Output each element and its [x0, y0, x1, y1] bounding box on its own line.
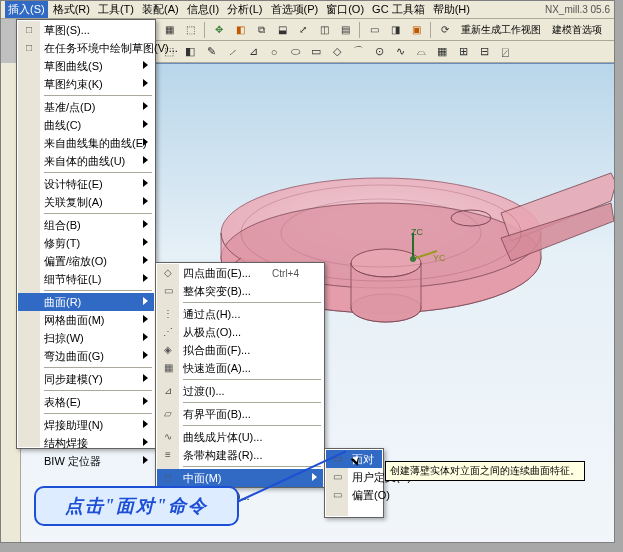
tool-icon[interactable]: ⊙	[370, 43, 388, 61]
tool-icon[interactable]: ▤	[336, 21, 354, 39]
tool-icon[interactable]: ⧉	[252, 21, 270, 39]
surface-submenu-item[interactable]: ∿曲线成片体(U)...	[157, 428, 323, 446]
menu-format[interactable]: 格式(R)	[50, 1, 93, 18]
insert-menu-item[interactable]: 偏置/缩放(O)	[18, 252, 154, 270]
surface-submenu-item[interactable]: ⊿过渡(I)...	[157, 382, 323, 400]
insert-menu-item[interactable]: 弯边曲面(G)	[18, 347, 154, 365]
surface-submenu-item[interactable]: ⋮通过点(H)...	[157, 305, 323, 323]
rebuild-button[interactable]: 重新生成工作视图	[457, 22, 545, 38]
insert-menu-item[interactable]: □在任务环境中绘制草图(V)...	[18, 39, 154, 57]
tool-icon[interactable]: ⊿	[244, 43, 262, 61]
tool-icon[interactable]: ⬚	[181, 21, 199, 39]
insert-menu-item[interactable]: 关联复制(A)	[18, 193, 154, 211]
surface-submenu-item[interactable]: ▦快速造面(A)...	[157, 359, 323, 377]
tool-icon[interactable]: ⊟	[475, 43, 493, 61]
tool-icon[interactable]: ⬓	[273, 21, 291, 39]
surface-submenu-item[interactable]: ⋰从极点(O)...	[157, 323, 323, 341]
insert-menu-item[interactable]: 表格(E)	[18, 393, 154, 411]
insert-menu-item[interactable]: 草图约束(K)	[18, 75, 154, 93]
tool-icon[interactable]: ▦	[160, 21, 178, 39]
surface-submenu-item[interactable]: ◈拟合曲面(F)...	[157, 341, 323, 359]
menu-separator	[44, 390, 152, 391]
surface-submenu-item[interactable]: ▭整体突变(B)...	[157, 282, 323, 300]
submenu-arrow-icon	[143, 61, 148, 69]
menu-window[interactable]: 窗口(O)	[323, 1, 367, 18]
insert-menu-item[interactable]: 组合(B)	[18, 216, 154, 234]
menu-insert[interactable]: 插入(S)	[5, 1, 48, 18]
midsurface-submenu-item-icon: ▭	[329, 469, 345, 484]
insert-menu-item[interactable]: 扫掠(W)	[18, 329, 154, 347]
insert-menu-item[interactable]: 曲面(R)	[18, 293, 154, 311]
insert-menu-item[interactable]: □草图(S)...	[18, 21, 154, 39]
titlebar-extra: NX_mill.3 05.6	[545, 4, 610, 15]
tool-icon[interactable]: ▦	[433, 43, 451, 61]
svg-point-9	[410, 256, 416, 262]
surface-submenu-item-icon: ∿	[160, 429, 176, 444]
insert-menu-item-icon: □	[21, 40, 37, 55]
surface-submenu-item-label: 快速造面(A)...	[183, 361, 251, 376]
insert-menu-item[interactable]: 细节特征(L)	[18, 270, 154, 288]
tool-icon[interactable]: ⟋	[223, 43, 241, 61]
insert-menu-item[interactable]: 草图曲线(S)	[18, 57, 154, 75]
insert-menu-item-label: 设计特征(E)	[44, 177, 103, 192]
insert-menu-item[interactable]: BIW 定位器	[18, 452, 154, 470]
submenu-arrow-icon	[143, 374, 148, 382]
surface-submenu-item[interactable]: ≡条带构建器(R)...	[157, 446, 323, 464]
tool-icon[interactable]: ▣	[407, 21, 425, 39]
insert-menu-item[interactable]: 来自体的曲线(U)	[18, 152, 154, 170]
insert-menu-item[interactable]: 设计特征(E)	[18, 175, 154, 193]
tool-icon[interactable]: ✎	[202, 43, 220, 61]
insert-menu-item-label: 结构焊接	[44, 436, 88, 451]
insert-menu-item-label: 偏置/缩放(O)	[44, 254, 107, 269]
menu-prefs[interactable]: 首选项(P)	[268, 1, 322, 18]
tool-icon[interactable]: ⊞	[454, 43, 472, 61]
insert-menu-item-label: 草图约束(K)	[44, 77, 103, 92]
model-prefs-button[interactable]: 建模首选项	[548, 22, 606, 38]
insert-menu-item[interactable]: 基准/点(D)	[18, 98, 154, 116]
tool-icon[interactable]: ⍁	[496, 43, 514, 61]
tool-icon[interactable]: ◨	[386, 21, 404, 39]
submenu-arrow-icon	[143, 238, 148, 246]
surface-submenu-item-label: 中面(M)	[183, 471, 222, 486]
surface-submenu-item[interactable]: ◇四点曲面(E)...Ctrl+4	[157, 264, 323, 282]
midsurface-submenu-item[interactable]: ▭偏置(O)	[326, 486, 382, 504]
tool-icon[interactable]: ∿	[391, 43, 409, 61]
insert-menu-item[interactable]: 来自曲线集的曲线(E)	[18, 134, 154, 152]
tool-icon[interactable]: ✥	[210, 21, 228, 39]
tool-icon[interactable]: ○	[265, 43, 283, 61]
menu-separator	[183, 302, 321, 303]
submenu-arrow-icon	[143, 120, 148, 128]
insert-menu-item[interactable]: 同步建模(Y)	[18, 370, 154, 388]
midsurface-submenu-item[interactable]: ▭用户定义(U)...	[326, 468, 382, 486]
surface-submenu-item-label: 拟合曲面(F)...	[183, 343, 250, 358]
tool-icon[interactable]: ⤢	[294, 21, 312, 39]
tool-icon[interactable]: ⌒	[349, 43, 367, 61]
menu-analysis[interactable]: 分析(L)	[224, 1, 265, 18]
insert-menu-item[interactable]: 修剪(T)	[18, 234, 154, 252]
menu-help[interactable]: 帮助(H)	[430, 1, 473, 18]
menu-separator	[183, 466, 321, 467]
insert-menu-item[interactable]: 焊接助理(N)	[18, 416, 154, 434]
menu-tools[interactable]: 工具(T)	[95, 1, 137, 18]
tool-icon[interactable]: ◧	[231, 21, 249, 39]
menu-gctoolbox[interactable]: GC 工具箱	[369, 1, 428, 18]
toolbar-main: ▦ ⬚ ✥ ◧ ⧉ ⬓ ⤢ ◫ ▤ ▭ ◨ ▣ ⟳ 重新生成工作视图 建模首选项	[156, 19, 614, 41]
tool-icon[interactable]: ⟳	[436, 21, 454, 39]
menu-separator	[183, 402, 321, 403]
tool-icon[interactable]: ◧	[181, 43, 199, 61]
surface-submenu-item[interactable]: ▱有界平面(B)...	[157, 405, 323, 423]
insert-menu-item[interactable]: 结构焊接	[18, 434, 154, 452]
annotation-bubble: 点击"面对"命令	[34, 486, 239, 526]
menu-assembly[interactable]: 装配(A)	[139, 1, 182, 18]
tool-icon[interactable]: ⌓	[412, 43, 430, 61]
tool-icon[interactable]: ◇	[328, 43, 346, 61]
tool-icon[interactable]: ▭	[365, 21, 383, 39]
tool-icon[interactable]: ▭	[307, 43, 325, 61]
insert-menu-item[interactable]: 曲线(C)	[18, 116, 154, 134]
insert-menu-item-label: 表格(E)	[44, 395, 81, 410]
tool-icon[interactable]: ◫	[315, 21, 333, 39]
insert-menu-item[interactable]: 网格曲面(M)	[18, 311, 154, 329]
menu-info[interactable]: 信息(I)	[184, 1, 222, 18]
insert-menu-item-label: 弯边曲面(G)	[44, 349, 104, 364]
tool-icon[interactable]: ⬭	[286, 43, 304, 61]
